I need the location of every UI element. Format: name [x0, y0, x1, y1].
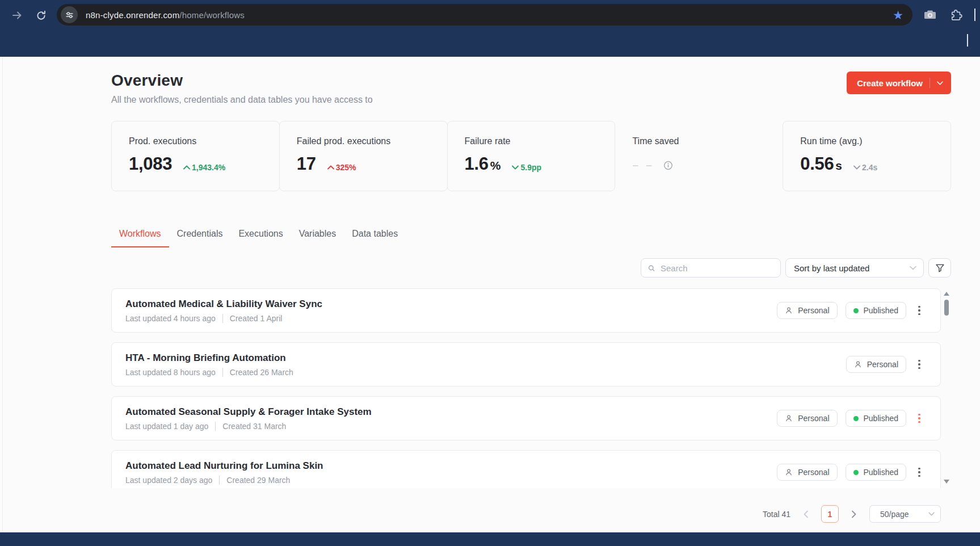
bookmark-star-icon[interactable]: ★	[893, 9, 903, 21]
stat-delta-value: 325%	[336, 163, 356, 172]
workflow-name: HTA - Morning Briefing Automation	[125, 352, 838, 364]
page-title-block: Overview All the workflows, credentials …	[111, 72, 373, 105]
workflow-name: Automated Medical & Liability Waiver Syn…	[125, 299, 769, 310]
workflow-meta: Last updated 1 day ago Created 31 March	[125, 422, 769, 431]
tab-credentials[interactable]: Credentials	[169, 224, 231, 247]
create-workflow-button[interactable]: Create workflow	[847, 72, 951, 94]
status-label: Published	[864, 468, 899, 477]
page-size-label: 50/page	[880, 510, 909, 519]
workflow-list: Automated Medical & Liability Waiver Syn…	[111, 288, 941, 488]
workflow-row[interactable]: HTA - Morning Briefing Automation Last u…	[111, 342, 941, 387]
reload-icon[interactable]	[33, 7, 49, 23]
workflow-meta: Last updated 8 hours ago Created 26 Marc…	[125, 368, 838, 377]
tab-variables[interactable]: Variables	[291, 224, 344, 247]
workflow-info: HTA - Morning Briefing Automation Last u…	[125, 352, 838, 377]
chevron-down-icon	[928, 512, 935, 516]
next-page-icon[interactable]	[851, 510, 857, 518]
row-menu-button[interactable]	[912, 355, 927, 373]
workflow-row[interactable]: Automated Seasonal Supply & Forager Inta…	[111, 396, 941, 440]
site-settings-icon[interactable]	[61, 6, 78, 23]
tab-data-tables[interactable]: Data tables	[344, 224, 406, 247]
page-number-button[interactable]: 1	[821, 505, 839, 523]
row-menu-button[interactable]	[912, 463, 927, 481]
chevron-down-icon	[910, 266, 916, 270]
scroll-down-icon[interactable]	[944, 480, 949, 484]
url-path: /home/workflows	[179, 10, 245, 20]
text-caret	[967, 34, 968, 47]
status-badge: Published	[846, 302, 907, 319]
filter-button[interactable]	[928, 258, 951, 278]
workflow-info: Automated Lead Nurturing for Lumina Skin…	[125, 460, 769, 485]
workflow-name: Automated Seasonal Supply & Forager Inta…	[125, 406, 769, 418]
workflow-created: Created 26 March	[230, 368, 293, 377]
person-icon	[854, 360, 862, 368]
text-caret	[974, 9, 975, 21]
stat-delta: 1,943.4%	[183, 163, 225, 172]
row-menu-button[interactable]	[912, 301, 927, 320]
stat-value: 17	[297, 154, 316, 174]
stat-value: 1.6	[465, 154, 489, 174]
scrollbar-thumb[interactable]	[944, 300, 949, 316]
stat-unit: s	[835, 159, 842, 173]
workflow-row[interactable]: Automated Lead Nurturing for Lumina Skin…	[111, 450, 941, 488]
page-title: Overview	[111, 72, 373, 90]
page-size-dropdown[interactable]: 50/page	[869, 505, 941, 523]
owner-badge: Personal	[777, 302, 837, 319]
page-header: Overview All the workflows, credentials …	[111, 72, 951, 105]
workflow-name: Automated Lead Nurturing for Lumina Skin	[125, 460, 769, 472]
sort-label: Sort by last updated	[794, 263, 869, 273]
workflow-info: Automated Medical & Liability Waiver Syn…	[125, 299, 769, 323]
published-dot-icon	[853, 470, 859, 475]
stat-label: Prod. executions	[129, 136, 279, 146]
workflow-meta: Last updated 2 days ago Created 29 March	[125, 476, 769, 485]
url-bar[interactable]: n8n-clyde.onrender.com/home/workflows ★	[57, 4, 912, 26]
stats-row: Prod. executions 1,083 1,943.4% Failed p…	[111, 121, 951, 191]
tab-workflows[interactable]: Workflows	[111, 224, 169, 247]
person-icon	[785, 306, 793, 314]
stat-unit: %	[490, 159, 501, 173]
url-text: n8n-clyde.onrender.com/home/workflows	[86, 10, 893, 20]
stat-card-failure-rate: Failure rate 1.6 % 5.9pp	[447, 121, 616, 191]
trend-up-icon	[183, 165, 190, 170]
row-menu-button[interactable]	[912, 409, 927, 427]
workflow-row[interactable]: Automated Medical & Liability Waiver Syn…	[111, 288, 941, 333]
workflow-created: Created 31 March	[222, 422, 286, 431]
status-badge: Published	[846, 410, 907, 427]
url-host: n8n-clyde.onrender.com	[86, 10, 179, 20]
owner-badge: Personal	[846, 356, 906, 373]
stat-card-run-time: Run time (avg.) 0.56 s 2.4s	[783, 121, 951, 191]
workflow-created: Created 1 April	[230, 314, 283, 323]
search-input[interactable]	[661, 263, 773, 273]
search-box[interactable]	[641, 258, 781, 278]
screenshot-camera-icon[interactable]	[922, 7, 939, 22]
main-content: Overview All the workflows, credentials …	[0, 57, 980, 532]
forward-icon[interactable]	[9, 7, 25, 23]
info-icon[interactable]	[663, 161, 673, 170]
browser-chrome: n8n-clyde.onrender.com/home/workflows ★	[0, 0, 980, 57]
stat-delta-value: 1,943.4%	[192, 163, 225, 172]
extensions-puzzle-icon[interactable]	[947, 7, 964, 23]
stat-value: 1,083	[129, 154, 172, 174]
workflow-created: Created 29 March	[226, 476, 290, 485]
stat-delta: 325%	[327, 163, 356, 172]
list-scrollbar[interactable]	[943, 289, 950, 486]
scroll-up-icon[interactable]	[944, 292, 949, 296]
browser-window: n8n-clyde.onrender.com/home/workflows ★ …	[0, 0, 980, 546]
stat-label: Time saved	[632, 136, 783, 146]
previous-page-icon[interactable]	[803, 510, 809, 518]
pagination-bar: Total 41 1 50/page	[111, 505, 941, 523]
sort-dropdown[interactable]: Sort by last updated	[785, 258, 924, 278]
owner-label: Personal	[798, 468, 829, 477]
workflow-list-zone: Automated Medical & Liability Waiver Syn…	[111, 288, 951, 488]
workflow-updated: Last updated 8 hours ago	[125, 368, 216, 377]
workflow-updated: Last updated 1 day ago	[125, 422, 208, 431]
status-label: Published	[864, 306, 899, 315]
stat-label: Failed prod. executions	[297, 136, 447, 146]
tab-executions[interactable]: Executions	[230, 224, 291, 247]
workflow-updated: Last updated 2 days ago	[125, 476, 212, 485]
create-workflow-label: Create workflow	[857, 78, 923, 88]
meta-divider	[219, 476, 220, 485]
stat-delta: 5.9pp	[512, 163, 541, 172]
stat-label: Run time (avg.)	[800, 136, 950, 146]
stat-card-failed-executions: Failed prod. executions 17 325%	[279, 121, 448, 191]
